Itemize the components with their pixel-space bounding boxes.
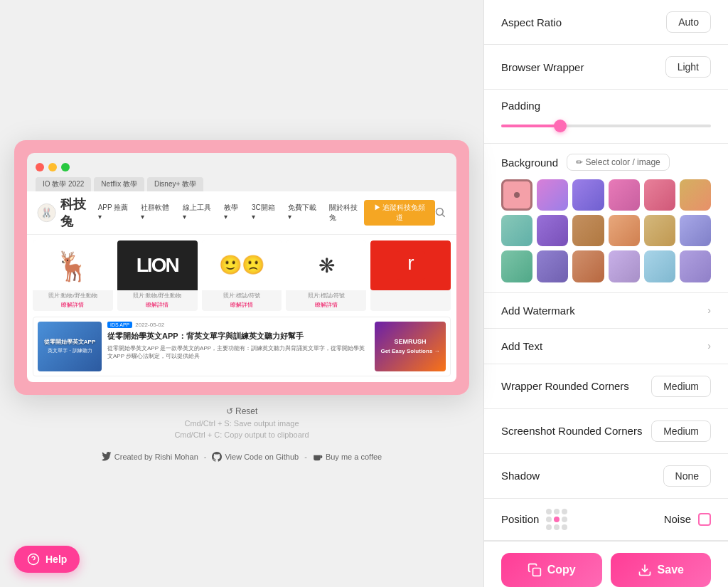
search-icon[interactable] [435,207,446,218]
keyboard-hint-save: Cmd/Ctrl + S: Save output image [184,419,299,428]
subscribe-button[interactable]: ▶ 追蹤科技兔頻道 [364,200,436,226]
wrapper-rounded-row: Wrapper Rounded Corners Medium [484,364,728,409]
pos-dot-tr[interactable] [562,509,567,514]
nav-item-5[interactable]: 3C開箱 ▾ [252,203,279,223]
github-link[interactable]: View Code on Github [212,452,299,462]
save-button[interactable]: Save [611,553,712,587]
color-swatch-4[interactable] [644,179,675,211]
color-swatch-16[interactable] [644,250,675,282]
add-text-chevron-icon: › [707,340,711,351]
nav-item-6[interactable]: 免費下載 ▾ [288,203,321,223]
right-panel: Aspect Ratio Auto Browser Wrapper Light … [483,0,728,587]
pos-dot-tl[interactable] [546,509,552,514]
img-floral-link[interactable]: 瞭解詳情 [286,301,366,311]
copy-icon [528,563,542,577]
minimize-traffic-light[interactable] [48,163,57,171]
coffee-link[interactable]: Buy me a coffee [313,452,382,462]
position-grid[interactable] [546,509,567,530]
site-logo-text: 科技兔 [60,196,97,230]
color-grid [501,179,711,282]
img-floral-label: 照片:標誌/符號 [286,290,366,301]
color-swatch-7[interactable] [537,215,568,246]
img-card-redsq: r [370,240,451,311]
color-swatch-10[interactable] [644,215,675,246]
pos-dot-mr[interactable] [562,517,567,522]
pos-dot-ml[interactable] [546,517,552,522]
browser-content: 🐰 科技兔 APP 推薦 ▾ 社群軟體 ▾ 線上工具 ▾ 教學 ▾ 3C開箱 ▾… [27,191,456,382]
nav-item-1[interactable]: APP 推薦 ▾ [98,203,133,223]
img-lion: LION [117,240,198,290]
article-tags: IDS APP 2022-05-02 [107,322,369,328]
help-bubble[interactable]: Help [14,546,80,573]
nav-item-7[interactable]: 關於科技兔 [329,203,363,223]
img-smiley-link[interactable]: 瞭解詳情 [202,301,282,311]
color-swatch-11[interactable] [680,215,711,246]
nav-item-4[interactable]: 教學 ▾ [224,203,243,223]
github-icon [212,452,222,462]
reset-button[interactable]: ↺ Reset [226,406,258,416]
browser-tab-2[interactable]: Netflix 教學 [94,177,144,191]
nav-item-2[interactable]: 社群軟體 ▾ [141,203,173,223]
maximize-traffic-light[interactable] [61,163,70,171]
padding-row: Padding [484,90,728,144]
add-text-label: Add Text [501,340,542,352]
pos-dot-bc[interactable] [554,524,560,530]
article-desc: 從零開始學英文APP 是一款學英文的APP，主要功能有：訓練英文聽力與背誦英文單… [107,344,369,360]
twitter-icon [102,452,112,462]
left-panel: IO 教學 2022 Netflix 教學 Disney+ 教學 🐰 科技兔 A… [0,0,483,587]
color-swatch-17[interactable] [680,250,711,282]
svg-text:🐰: 🐰 [41,206,53,218]
site-logo: 🐰 科技兔 [37,196,98,230]
copy-button[interactable]: Copy [501,553,602,587]
pos-dot-br[interactable] [562,524,567,530]
copy-label: Copy [547,564,576,576]
twitter-link[interactable]: Created by Rishi Mohan [102,452,198,462]
slider-thumb[interactable] [554,120,567,132]
color-swatch-14[interactable] [572,250,604,282]
color-swatch-6[interactable] [501,215,532,246]
noise-checkbox[interactable] [698,513,711,526]
color-swatch-3[interactable] [609,179,640,211]
color-swatch-12[interactable] [501,250,532,282]
svg-line-3 [443,214,445,216]
add-text-row[interactable]: Add Text › [484,329,728,364]
color-swatch-15[interactable] [609,250,640,282]
nav-item-3[interactable]: 線上工具 ▾ [183,203,215,223]
shadow-button[interactable]: None [663,465,711,487]
img-deer-link[interactable]: 瞭解詳情 [33,301,113,311]
article-date: 2022-05-02 [135,322,164,328]
pos-dot-mc[interactable] [554,517,560,522]
article-ad: SEMRUSH Get Easy Solutions → [375,322,446,371]
noise-group: Noise [664,513,711,526]
shadow-row: Shadow None [484,454,728,499]
color-swatch-5[interactable] [680,179,711,211]
website-header: 🐰 科技兔 APP 推薦 ▾ 社群軟體 ▾ 線上工具 ▾ 教學 ▾ 3C開箱 ▾… [27,191,456,235]
browser-wrapper-button[interactable]: Light [665,56,711,78]
screenshot-rounded-button[interactable]: Medium [651,421,711,442]
color-swatch-9[interactable] [609,215,640,246]
close-traffic-light[interactable] [36,163,44,171]
color-swatch-2[interactable] [572,179,604,211]
tag-ios: IDS APP [107,322,132,328]
color-swatch-1[interactable] [537,179,568,211]
img-card-smiley: 🙂🙁 照片:標誌/符號 瞭解詳情 [202,240,282,311]
position-group: Position [501,509,567,530]
pos-dot-bl[interactable] [546,524,552,530]
color-swatch-13[interactable] [537,250,568,282]
browser-tab-3[interactable]: Disney+ 教學 [147,177,203,191]
color-swatch-0[interactable] [501,179,532,211]
pos-dot-tc[interactable] [554,509,560,514]
browser-tab-1[interactable]: IO 教學 2022 [36,177,91,191]
watermark-label: Add Watermark [501,305,575,317]
padding-slider-container[interactable] [501,119,711,133]
wrapper-rounded-button[interactable]: Medium [651,376,711,397]
watermark-row[interactable]: Add Watermark › [484,293,728,329]
color-swatch-8[interactable] [572,215,604,246]
image-grid: 🦌 照片:動物/野生動物 瞭解詳情 LION 照片:動物/野生動物 瞭解詳情 [33,240,451,311]
browser-tabs: IO 教學 2022 Netflix 教學 Disney+ 教學 [36,177,448,191]
aspect-ratio-button[interactable]: Auto [666,11,711,33]
img-lion-label: 照片:動物/野生動物 [117,290,198,301]
select-color-button[interactable]: ✏ Select color / image [567,154,670,171]
img-lion-link[interactable]: 瞭解詳情 [117,301,198,311]
footer-sep-1: - [204,453,207,461]
